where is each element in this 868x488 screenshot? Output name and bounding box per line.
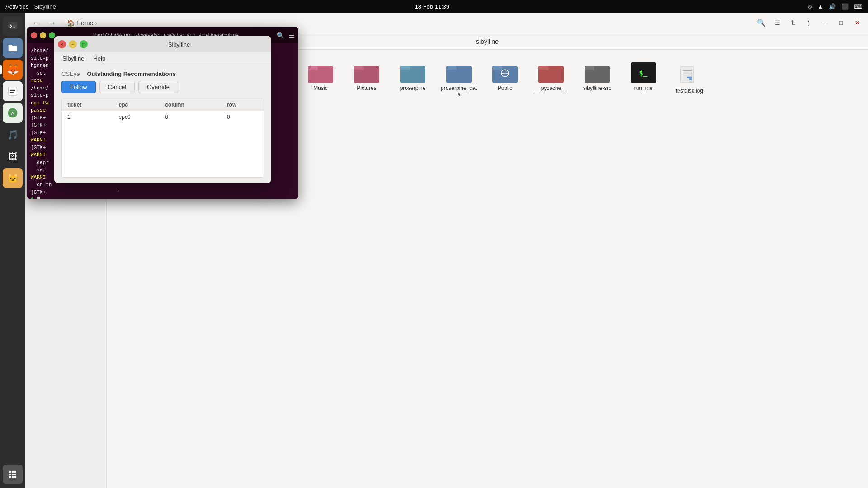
- bluetooth-icon[interactable]: ⎋: [808, 3, 812, 10]
- dock-item-addon[interactable]: 🐱: [3, 168, 23, 188]
- svg-rect-34: [446, 66, 456, 70]
- dock-item-files[interactable]: [3, 38, 23, 58]
- table-header-row: ticket epc column row: [62, 99, 264, 111]
- override-button[interactable]: Override: [138, 81, 178, 93]
- close-button[interactable]: ✕: [850, 16, 864, 30]
- svg-rect-32: [400, 66, 410, 70]
- pycache-folder-icon: [538, 62, 564, 83]
- terminal-line: [GTK+ ': [31, 189, 295, 197]
- view-sort-button[interactable]: ⇅: [786, 16, 800, 30]
- sib-section-title: CSEye Outstanding Recommendations: [61, 70, 264, 77]
- sib-close-button[interactable]: ×: [58, 40, 66, 48]
- svg-rect-43: [680, 66, 694, 83]
- path-home-label[interactable]: Home: [76, 19, 93, 27]
- proserpine-data-label: proserpine_data: [440, 85, 477, 98]
- sib-menu-help[interactable]: Help: [89, 53, 110, 64]
- fm-title-text: sibylline: [476, 38, 499, 45]
- proserpine-label: proserpine: [400, 85, 426, 91]
- file-item-pycache[interactable]: __pycache__: [531, 59, 571, 101]
- dock-item-image-viewer[interactable]: 🖼: [3, 146, 23, 166]
- network-icon[interactable]: ▲: [817, 3, 823, 10]
- svg-text:A: A: [11, 110, 14, 116]
- search-button[interactable]: 🔍: [754, 16, 769, 30]
- cancel-button[interactable]: Cancel: [99, 81, 135, 93]
- cell-row: 0: [222, 111, 264, 123]
- file-item-pictures[interactable]: Pictures: [346, 59, 387, 101]
- maximize-button[interactable]: □: [834, 16, 848, 30]
- keyboard-icon[interactable]: ⌨: [854, 3, 863, 10]
- file-item-proserpine[interactable]: proserpine: [392, 59, 433, 101]
- file-item-run-me[interactable]: $_ run_me: [623, 59, 664, 101]
- minimize-button[interactable]: —: [817, 16, 832, 30]
- proserpine-folder-icon: [400, 62, 425, 83]
- application-dock: 🦊 A 🎵 🖼 🐱: [0, 13, 25, 488]
- follow-button[interactable]: Follow: [61, 81, 96, 93]
- table-empty-area: [62, 123, 264, 177]
- run-me-label: run_me: [634, 85, 653, 91]
- public-folder-icon: [492, 62, 518, 83]
- terminal-menu-icon[interactable]: ☰: [289, 32, 295, 39]
- terminal-search-icon[interactable]: 🔍: [277, 32, 284, 39]
- svg-point-11: [9, 474, 11, 476]
- pycache-label: __pycache__: [535, 85, 567, 91]
- app-name: Sibylline: [34, 3, 56, 10]
- pictures-folder-label: Pictures: [357, 85, 376, 91]
- col-epc: epc: [113, 99, 160, 111]
- dock-item-terminal[interactable]: [3, 16, 23, 36]
- gnome-panel: Activities Sibylline 18 Feb 11:39 ⎋ ▲ 🔊 …: [0, 0, 868, 13]
- cell-epc: epc0: [113, 111, 160, 123]
- dock-item-text-editor[interactable]: [3, 81, 23, 101]
- run-me-icon: $_: [631, 62, 656, 83]
- table-row[interactable]: 1 epc0 0 0: [62, 111, 264, 123]
- sib-minimize-button[interactable]: −: [69, 40, 77, 48]
- svg-point-8: [9, 471, 11, 473]
- testdisk-log-icon: [679, 62, 700, 86]
- svg-rect-28: [308, 66, 318, 70]
- sib-table-area: ticket epc column row 1 epc0 0 0: [61, 99, 264, 178]
- file-item-sibylline-src[interactable]: sibylline-src: [577, 59, 618, 101]
- col-row: row: [222, 99, 264, 111]
- file-item-music[interactable]: Music: [300, 59, 341, 101]
- proserpine-data-folder-icon: [446, 62, 472, 83]
- volume-icon[interactable]: 🔊: [829, 3, 836, 10]
- svg-rect-30: [354, 66, 364, 70]
- sib-titlebar: × − □ Sibylline: [54, 36, 271, 52]
- svg-point-15: [12, 476, 14, 479]
- file-item-proserpine-data[interactable]: proserpine_data: [439, 59, 479, 101]
- sib-maximize-button[interactable]: □: [80, 40, 88, 48]
- activities-button[interactable]: Activities: [5, 3, 28, 10]
- view-options-button[interactable]: ⋮: [801, 16, 816, 30]
- view-list-button[interactable]: ☰: [770, 16, 785, 30]
- recommendations-table: ticket epc column row 1 epc0 0 0: [62, 99, 264, 123]
- sib-menubar: Sibylline Help: [54, 52, 271, 65]
- dock-item-firefox[interactable]: 🦊: [3, 60, 23, 80]
- cseeye-label: CSEye: [61, 70, 80, 77]
- recommendations-label: Outstanding Recommendations: [87, 70, 175, 77]
- terminal-line: $ _: [31, 196, 295, 199]
- home-icon: 🏠: [67, 19, 75, 27]
- terminal-min-btn[interactable]: [40, 32, 46, 38]
- svg-rect-42: [585, 66, 594, 70]
- sib-menu-sibylline[interactable]: Sibylline: [58, 53, 89, 64]
- svg-rect-40: [538, 66, 548, 70]
- svg-point-10: [14, 471, 17, 473]
- battery-icon[interactable]: ⬛: [841, 3, 849, 10]
- terminal-close-btn[interactable]: [31, 32, 37, 38]
- sib-action-buttons: Follow Cancel Override: [61, 81, 264, 93]
- public-label: Public: [498, 85, 513, 91]
- cell-ticket: 1: [62, 111, 113, 123]
- dock-item-music[interactable]: 🎵: [3, 125, 23, 145]
- file-item-public[interactable]: Public: [485, 59, 525, 101]
- testdisk-log-label: testdisk.log: [676, 88, 703, 94]
- pictures-folder-icon: [354, 62, 379, 83]
- music-folder-icon: [308, 62, 333, 83]
- svg-point-9: [12, 471, 14, 473]
- svg-point-14: [9, 476, 11, 479]
- svg-rect-0: [8, 22, 18, 29]
- file-item-testdisk-log[interactable]: testdisk.log: [669, 59, 710, 101]
- terminal-max-btn[interactable]: [49, 32, 55, 38]
- music-folder-label: Music: [313, 85, 327, 91]
- dock-item-gedit[interactable]: A: [3, 103, 23, 123]
- datetime: 18 Feb 11:39: [415, 3, 450, 10]
- dock-item-appgrid[interactable]: [3, 465, 23, 484]
